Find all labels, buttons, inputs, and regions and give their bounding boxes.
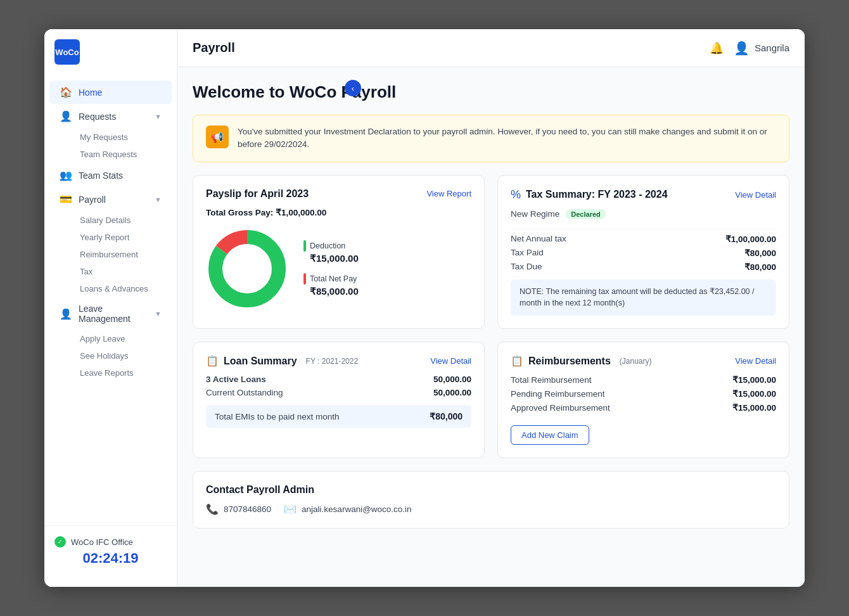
sidebar-item-team-requests[interactable]: Team Requests [70,146,177,163]
loan-card: 📋 Loan Summary FY : 2021-2022 View Detai… [193,342,485,458]
office-name-label: WoCo IFC Office [71,537,133,547]
tax-paid-value: ₹80,000 [744,248,776,258]
contact-info-row: 📞 8707846860 ✉️ anjali.kesarwani@woco.co… [206,503,776,515]
reimbursement-icon: 📋 [511,355,523,367]
alert-message: You've submitted your Investment Declara… [238,125,776,151]
add-new-claim-button[interactable]: Add New Claim [511,425,589,445]
tax-card: % Tax Summary: FY 2023 - 2024 View Detai… [497,175,789,330]
payslip-card-header: Payslip for April 2023 View Report [206,188,471,200]
speaker-icon: 📢 [211,131,224,143]
sidebar-collapse-button[interactable]: ‹ [345,80,361,96]
deduction-legend-item: Deduction ₹15,000.00 [303,240,359,264]
alert-icon-box: 📢 [206,125,229,148]
sidebar-item-team-stats-label: Team Stats [79,170,123,181]
main-content: Welcome to WoCo Payroll 📢 You've submitt… [177,67,805,587]
contact-email-value: anjali.kesarwani@woco.co.in [302,504,412,514]
clock-display: 02:24:19 [54,550,167,567]
loan-view-detail-link[interactable]: View Detail [430,356,471,366]
payslip-view-report-link[interactable]: View Report [426,189,471,198]
outstanding-label: Current Outstanding [206,388,283,397]
contact-phone-value: 8707846860 [224,504,271,514]
pending-reimbursement-value: ₹15,000.00 [732,388,776,399]
payslip-gross-row: Total Gross Pay: ₹1,00,000.00 [206,207,471,217]
tax-paid-label: Tax Paid [511,248,544,257]
tax-view-detail-link[interactable]: View Detail [735,190,776,200]
sidebar-item-tax[interactable]: Tax [70,263,177,280]
contact-card-header: Contact Payroll Admin [206,484,776,496]
sidebar: WoCo 🏠 Home 👤 Requests ▼ My Requests Tea… [44,29,177,587]
user-profile-button[interactable]: 👤 Sangrila [734,41,789,56]
team-stats-icon: 👥 [60,169,72,181]
approved-reimbursement-value: ₹15,000.00 [732,402,776,413]
sidebar-item-home[interactable]: 🏠 Home [49,80,172,104]
net-pay-legend-label: Total Net Pay [303,273,359,285]
approved-reimbursement-label: Approved Reimbursement [511,403,610,413]
regime-label: New Regime [511,209,559,219]
active-loans-row: 3 Active Loans 50,000.00 [206,375,471,384]
office-indicator: ✓ WoCo IFC Office [54,536,167,548]
net-pay-dot [303,273,306,285]
payslip-card: Payslip for April 2023 View Report Total… [193,175,485,330]
sidebar-item-team-stats[interactable]: 👥 Team Stats [49,164,172,187]
sidebar-item-leave-reports[interactable]: Leave Reports [70,364,177,382]
sidebar-item-loans-advances[interactable]: Loans & Advances [70,280,177,297]
contact-email-item: ✉️ anjali.kesarwani@woco.co.in [284,503,412,515]
contact-phone-item: 📞 8707846860 [206,503,271,515]
cards-grid: Payslip for April 2023 View Report Total… [193,175,789,529]
sidebar-item-reimbursement[interactable]: Reimbursement [70,246,177,263]
svg-point-2 [223,245,271,293]
tax-note-box: NOTE: The remaining tax amount will be d… [511,279,776,316]
email-icon: ✉️ [284,503,297,515]
sidebar-item-see-holidays[interactable]: See Holidays [70,347,177,364]
sidebar-item-requests[interactable]: 👤 Requests ▼ [49,105,172,128]
approved-reimbursement-row: Approved Reimbursement ₹15,000.00 [511,402,776,413]
sidebar-item-home-label: Home [79,87,102,98]
payslip-chart-area: Deduction ₹15,000.00 Total Net Pay ₹85,0… [206,228,471,310]
deduction-dot [303,240,306,252]
net-annual-tax-label: Net Annual tax [511,234,566,243]
emi-value: ₹80,000 [430,411,463,421]
net-annual-tax-row: Net Annual tax ₹1,00,000.00 [511,234,776,244]
sidebar-item-leave-management[interactable]: 👤 Leave Management ▼ [49,298,172,330]
sidebar-logo: WoCo [44,29,177,75]
notification-bell-icon[interactable]: 🔔 [710,41,724,55]
subnav-payroll: Salary Details Yearly Report Reimburseme… [44,212,177,297]
tax-card-header: % Tax Summary: FY 2023 - 2024 View Detai… [511,188,776,202]
loan-card-title: Loan Summary [224,356,297,367]
topbar: ‹ Payroll 🔔 👤 Sangrila [177,29,805,67]
subnav-requests: My Requests Team Requests [44,129,177,163]
alert-banner: 📢 You've submitted your Investment Decla… [193,115,789,162]
deduction-legend-label: Deduction [303,240,359,252]
outstanding-value: 50,000.00 [433,388,471,397]
leave-management-icon: 👤 [60,308,72,320]
office-status-dot: ✓ [54,536,66,548]
tax-paid-row: Tax Paid ₹80,000 [511,248,776,258]
sidebar-item-leave-management-label: Leave Management [79,304,148,324]
sidebar-item-requests-label: Requests [79,112,116,122]
reimbursements-card-title: Reimbursements [528,356,611,367]
reimbursements-view-detail-link[interactable]: View Detail [735,356,776,366]
regime-badge: Declared [566,209,605,219]
net-annual-tax-value: ₹1,00,000.00 [725,234,776,244]
deduction-legend-value: ₹15,000.00 [310,253,359,264]
sidebar-item-yearly-report[interactable]: Yearly Report [70,229,177,246]
sidebar-nav: 🏠 Home 👤 Requests ▼ My Requests Team Req… [44,75,177,525]
reimbursements-card: 📋 Reimbursements (January) View Detail T… [497,342,789,458]
active-loans-value: 50,000.00 [433,375,471,384]
welcome-heading: Welcome to WoCo Payroll [193,82,789,102]
sidebar-item-salary-details[interactable]: Salary Details [70,212,177,229]
user-avatar-icon: 👤 [734,41,750,56]
tax-due-label: Tax Due [511,262,542,271]
sidebar-item-apply-leave[interactable]: Apply Leave [70,330,177,347]
payslip-donut-chart [206,228,288,310]
payslip-gross-label: Total Gross Pay: [206,208,273,217]
pending-reimbursement-label: Pending Reimbursement [511,389,605,399]
chevron-down-icon: ▼ [155,113,162,120]
page-title: Payroll [193,41,710,55]
sidebar-footer: ✓ WoCo IFC Office 02:24:19 [44,525,177,577]
home-icon: 🏠 [60,86,72,98]
sidebar-item-my-requests[interactable]: My Requests [70,129,177,146]
subnav-leave: Apply Leave See Holidays Leave Reports [44,330,177,382]
percent-icon: % [511,188,521,202]
sidebar-item-payroll[interactable]: 💳 Payroll ▼ [49,188,172,211]
